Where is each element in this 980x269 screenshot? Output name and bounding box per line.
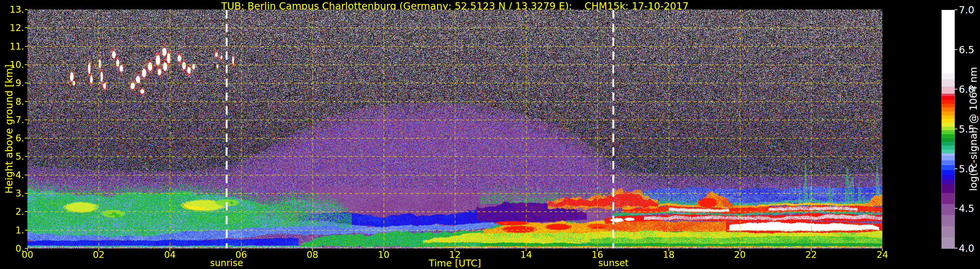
y-tick-label: 2.	[0, 206, 24, 217]
y-tick-mark	[25, 193, 27, 194]
colorbar-tick-mark	[955, 169, 958, 169]
y-tick-mark	[25, 46, 27, 47]
y-tick-mark	[25, 101, 27, 102]
y-tick-label: 1.	[0, 224, 24, 236]
colorbar-tick-label: 7.0	[959, 4, 974, 16]
x-tick-mark	[241, 248, 242, 251]
y-tick-mark	[25, 156, 27, 157]
colorbar-tick-mark	[955, 89, 958, 89]
x-tick-mark	[526, 248, 527, 251]
y-tick-label: 9.	[0, 78, 24, 89]
colorbar-tick-mark	[955, 49, 958, 50]
y-tick-label: 4.	[0, 169, 24, 180]
colorbar-tick-mark	[955, 10, 958, 10]
x-tick-mark	[455, 248, 455, 251]
x-tick-mark	[668, 248, 669, 251]
colorbar-tick-label: 6.5	[959, 44, 974, 55]
colorbar-tick-label: 4.5	[959, 203, 974, 214]
y-tick-label: 8.	[0, 96, 24, 107]
y-tick-label: 12.	[0, 22, 24, 33]
y-tick-mark	[25, 138, 27, 138]
y-tick-label: 6.	[0, 133, 24, 144]
y-tick-label: 3.	[0, 188, 24, 199]
y-tick-label: 10.	[0, 59, 24, 70]
x-tick-mark	[312, 248, 313, 251]
x-tick-mark	[98, 248, 99, 251]
y-tick-mark	[25, 175, 27, 175]
x-tick-mark	[169, 248, 170, 251]
figure-root: TUB: Berlin Campus Charlottenburg (Germa…	[0, 0, 980, 269]
y-tick-mark	[25, 119, 27, 120]
x-tick-mark	[27, 248, 28, 251]
lidar-heatmap-canvas	[27, 10, 882, 248]
y-tick-label: 5.	[0, 151, 24, 162]
x-tick-mark	[882, 248, 883, 251]
colorbar-tick-mark	[955, 248, 958, 248]
y-tick-label: 11.	[0, 41, 24, 52]
x-tick-mark	[597, 248, 598, 251]
y-tick-mark	[25, 27, 27, 28]
y-tick-label: 7.	[0, 114, 24, 125]
colorbar-tick-label: 4.0	[959, 243, 974, 254]
x-tick-mark	[811, 248, 811, 251]
y-tick-mark	[25, 64, 27, 65]
y-tick-mark	[25, 211, 27, 212]
x-tick-mark	[740, 248, 740, 251]
colorbar-tick-label: 6.0	[959, 84, 974, 95]
y-tick-mark	[25, 230, 27, 231]
colorbar-tick-label: 5.0	[959, 163, 974, 174]
x-tick-mark	[383, 248, 384, 251]
y-tick-mark	[25, 83, 27, 83]
y-tick-label: 0.	[0, 243, 24, 254]
y-tick-mark	[25, 9, 27, 10]
colorbar	[942, 10, 955, 249]
y-tick-mark	[25, 248, 27, 249]
colorbar-tick-mark	[955, 208, 958, 209]
y-tick-label: 13.	[0, 4, 24, 15]
colorbar-tick-label: 5.5	[959, 123, 974, 135]
colorbar-tick-mark	[955, 129, 958, 129]
